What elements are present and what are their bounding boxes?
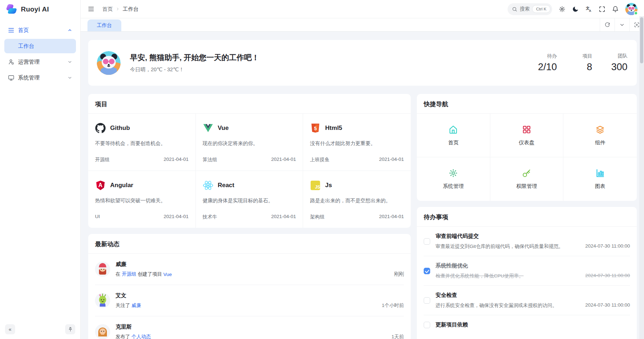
todo-item: 审查前端代码提交 审查最近提交到Git仓库的前端代码，确保代码质量和规范。 20…: [424, 227, 630, 256]
project-name: Html5: [325, 125, 342, 132]
project-group: 上班摸鱼: [310, 157, 329, 163]
workbench-avatar: [97, 51, 121, 75]
stat-team: 团队 300: [609, 53, 627, 73]
activity-time: 1个小时前: [382, 302, 404, 309]
project-desc: 不要等待机会，而要创造机会。: [95, 140, 189, 147]
user-avatar[interactable]: [625, 3, 638, 15]
activity-link-feed[interactable]: 个人动态: [131, 334, 151, 339]
content-columns: 项目 Github 不要等待机会，而要创造机会。 开源组2021-04-01 V…: [88, 94, 637, 339]
quick-nav-charts[interactable]: 图表: [563, 157, 637, 201]
activity-user: 克里斯: [116, 324, 404, 330]
projects-card: 项目 Github 不要等待机会，而要创造机会。 开源组2021-04-01 V…: [88, 94, 411, 228]
chevron-down-icon: [67, 59, 72, 64]
collapse-sidebar-button[interactable]: «: [5, 324, 15, 334]
tab-menu-button[interactable]: [614, 18, 629, 31]
refresh-button[interactable]: [600, 18, 614, 31]
avatar: [95, 324, 110, 339]
fullscreen-icon[interactable]: [599, 6, 605, 13]
project-group: 技术牛: [203, 214, 217, 220]
sidebar-item-label: 系统管理: [18, 74, 40, 81]
todo-checkbox[interactable]: [424, 297, 430, 304]
todo-title: 待办事项: [417, 207, 637, 227]
activity-item: 威廉 在 开源组 创建了项目 Vue 刚刚: [95, 254, 404, 285]
online-status-dot: [634, 11, 638, 15]
project-card-angular[interactable]: Angular 热情和欲望可以突破一切难关。 UI2021-04-01: [88, 171, 196, 228]
project-card-react[interactable]: React 健康的身体是实现目标的基石。 技术牛2021-04-01: [196, 171, 303, 228]
github-icon: [95, 123, 106, 134]
pin-icon: [68, 327, 73, 332]
breadcrumb-current: 工作台: [123, 6, 139, 13]
quick-nav-label: 图表: [595, 183, 605, 190]
sidebar-item-workbench[interactable]: 工作台: [4, 39, 76, 53]
activity-link-project[interactable]: Vue: [163, 272, 172, 277]
scrollbar-thumb[interactable]: [640, 17, 643, 63]
chevron-right-icon: [116, 7, 120, 11]
project-name: React: [218, 182, 234, 189]
project-group: 算法组: [203, 157, 217, 163]
user-icon: [8, 59, 14, 65]
todo-item: 安全检查 进行系统安全检查，确保没有安全漏洞或未授权的访问。 2024-07-3…: [424, 286, 630, 315]
moon-icon[interactable]: [572, 6, 579, 13]
bar-chart-icon: [595, 168, 605, 178]
vertical-scrollbar[interactable]: [639, 16, 644, 339]
activity-link-group[interactable]: 开源组: [122, 271, 136, 277]
activity-link-user[interactable]: 威廉: [131, 302, 141, 309]
activity-body: 艾文 关注了 威廉 1个小时前: [116, 292, 404, 309]
quick-nav-dashboard[interactable]: 仪表盘: [490, 114, 564, 157]
todo-checkbox[interactable]: [424, 238, 430, 245]
todo-item-title: 安全检查: [436, 292, 630, 299]
quick-nav-permissions[interactable]: 权限管理: [490, 157, 564, 201]
project-desc: 没有什么才能比努力更重要。: [310, 140, 404, 147]
todo-item-title: 审查前端代码提交: [436, 233, 630, 240]
todo-item-date: 2024-07-30 11:00:00: [580, 243, 630, 250]
refresh-icon: [604, 22, 610, 28]
quick-nav-label: 权限管理: [516, 183, 537, 190]
pin-sidebar-button[interactable]: [65, 324, 75, 334]
gear-icon[interactable]: [559, 6, 566, 13]
sidebar-item-label: 首页: [18, 27, 29, 34]
todo-checkbox-checked[interactable]: [424, 268, 430, 274]
bell-icon[interactable]: [612, 6, 619, 13]
sidebar-item-operations[interactable]: 运营管理: [4, 55, 76, 69]
project-desc: 路是走出来的，而不是空想出来的。: [310, 198, 404, 204]
tab-workbench[interactable]: 工作台: [87, 19, 121, 31]
chevron-down-icon: [67, 75, 72, 80]
search-input[interactable]: 搜索 Ctrl K: [508, 3, 552, 15]
project-card-github[interactable]: Github 不要等待机会，而要创造机会。 开源组2021-04-01: [88, 114, 196, 171]
project-date: 2021-04-01: [271, 214, 296, 220]
project-desc: 健康的身体是实现目标的基石。: [203, 198, 296, 204]
app-logo[interactable]: Ruoyi AI: [0, 0, 80, 19]
project-card-html5[interactable]: Html5 没有什么才能比努力更重要。 上班摸鱼2021-04-01: [303, 114, 411, 171]
top-header: 首页 工作台 搜索 Ctrl K: [81, 0, 644, 18]
todo-item-date: 2024-07-30 11:00:00: [580, 302, 630, 309]
project-desc: 现在的你决定将来的你。: [203, 140, 296, 147]
activity-body: 克里斯 发布了 个人动态 1天前: [116, 324, 404, 339]
maximize-icon: [634, 22, 640, 28]
chevron-up-icon: [67, 28, 72, 33]
quick-nav-home[interactable]: 首页: [417, 114, 490, 157]
projects-grid: Github 不要等待机会，而要创造机会。 开源组2021-04-01 Vue …: [88, 114, 411, 228]
activity-body: 威廉 在 开源组 创建了项目 Vue 刚刚: [116, 261, 404, 277]
welcome-card: 早安, 熊猫助手, 开始您一天的工作吧！ 今日晴，20℃ - 32℃！ 待办 2…: [88, 40, 637, 86]
translate-icon[interactable]: [585, 6, 592, 13]
project-card-js[interactable]: Js 路是走出来的，而不是空想出来的。 架构组2021-04-01: [303, 171, 411, 228]
page-content: 早安, 熊猫助手, 开始您一天的工作吧！ 今日晴，20℃ - 32℃！ 待办 2…: [81, 32, 644, 339]
project-name: Js: [325, 182, 332, 189]
quick-nav-system[interactable]: 系统管理: [417, 157, 490, 201]
quick-nav-label: 系统管理: [443, 183, 464, 190]
todo-checkbox[interactable]: [424, 322, 430, 328]
welcome-texts: 早安, 熊猫助手, 开始您一天的工作吧！ 今日晴，20℃ - 32℃！: [130, 53, 259, 73]
project-desc: 热情和欲望可以突破一切难关。: [95, 198, 189, 204]
app-root: Ruoyi AI 首页 工作台 运营管理 系统管理 «: [0, 0, 644, 339]
header-actions: 搜索 Ctrl K: [508, 3, 638, 15]
sidebar-item-label: 工作台: [18, 43, 34, 50]
sidebar-item-system[interactable]: 系统管理: [4, 71, 76, 85]
hamburger-icon[interactable]: [88, 6, 94, 12]
breadcrumb-home[interactable]: 首页: [102, 6, 113, 13]
left-column: 项目 Github 不要等待机会，而要创造机会。 开源组2021-04-01 V…: [88, 94, 411, 339]
todo-item-title: 系统性能优化: [436, 262, 630, 269]
activity-text: 创建了项目: [136, 271, 163, 277]
project-card-vue[interactable]: Vue 现在的你决定将来的你。 算法组2021-04-01: [196, 114, 303, 171]
quick-nav-components[interactable]: 组件: [563, 114, 637, 157]
sidebar-item-home[interactable]: 首页: [4, 23, 76, 37]
